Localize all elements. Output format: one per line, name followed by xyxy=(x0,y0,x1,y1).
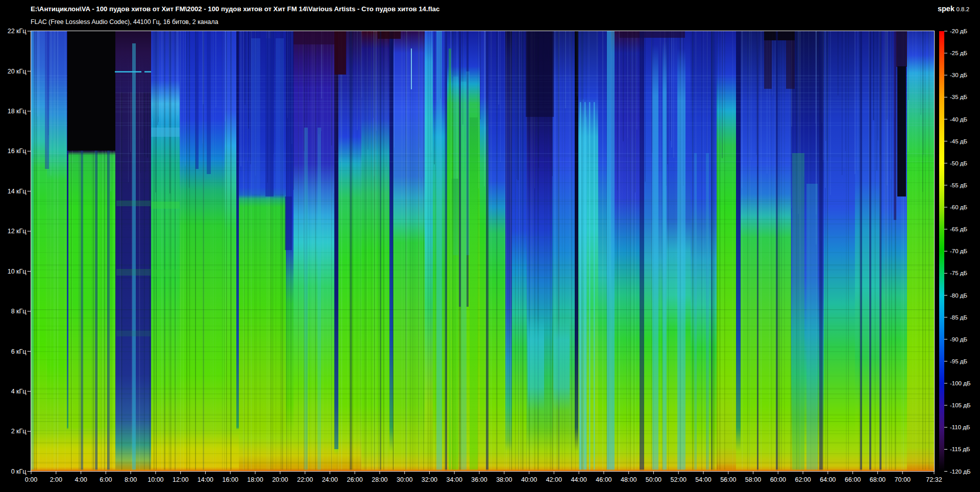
svg-text:16 кГц: 16 кГц xyxy=(8,147,27,155)
svg-text:-20 дБ: -20 дБ xyxy=(950,28,967,34)
svg-text:-90 дБ: -90 дБ xyxy=(950,336,967,342)
svg-text:14:00: 14:00 xyxy=(198,476,213,483)
svg-text:22:00: 22:00 xyxy=(297,476,313,483)
svg-text:-25 дБ: -25 дБ xyxy=(950,50,967,56)
svg-text:36:00: 36:00 xyxy=(471,476,487,483)
svg-text:6:00: 6:00 xyxy=(100,476,112,483)
svg-text:8:00: 8:00 xyxy=(125,476,137,483)
svg-text:28:00: 28:00 xyxy=(372,476,387,483)
svg-text:-105 дБ: -105 дБ xyxy=(950,402,970,408)
svg-text:16:00: 16:00 xyxy=(223,476,238,483)
svg-text:-85 дБ: -85 дБ xyxy=(950,314,967,321)
svg-text:spek: spek xyxy=(938,5,955,13)
svg-text:E:\Антициклон\VA - 100 пудов х: E:\Антициклон\VA - 100 пудов хитов от Хи… xyxy=(31,5,439,13)
svg-text:34:00: 34:00 xyxy=(447,476,462,483)
svg-text:-45 дБ: -45 дБ xyxy=(950,138,967,144)
svg-text:-30 дБ: -30 дБ xyxy=(950,72,967,78)
svg-text:50:00: 50:00 xyxy=(646,476,662,483)
svg-text:12:00: 12:00 xyxy=(173,476,188,483)
svg-text:0 кГц: 0 кГц xyxy=(11,468,27,475)
svg-text:-75 дБ: -75 дБ xyxy=(950,270,967,276)
svg-text:8 кГц: 8 кГц xyxy=(11,308,27,315)
svg-text:64:00: 64:00 xyxy=(820,476,836,483)
svg-text:0.8.2: 0.8.2 xyxy=(957,6,970,12)
svg-text:38:00: 38:00 xyxy=(496,476,512,483)
svg-text:30:00: 30:00 xyxy=(397,476,412,483)
svg-text:22 кГц: 22 кГц xyxy=(8,28,27,35)
svg-text:-100 дБ: -100 дБ xyxy=(950,380,970,386)
svg-text:68:00: 68:00 xyxy=(870,476,886,483)
svg-text:18:00: 18:00 xyxy=(247,476,263,483)
svg-text:72:32: 72:32 xyxy=(926,476,942,483)
svg-text:42:00: 42:00 xyxy=(546,476,562,483)
svg-text:46:00: 46:00 xyxy=(596,476,611,483)
svg-text:60:00: 60:00 xyxy=(770,476,786,483)
svg-text:54:00: 54:00 xyxy=(695,476,711,483)
svg-text:40:00: 40:00 xyxy=(521,476,537,483)
svg-text:-80 дБ: -80 дБ xyxy=(950,292,967,299)
svg-text:-110 дБ: -110 дБ xyxy=(950,424,970,430)
svg-text:56:00: 56:00 xyxy=(720,476,736,483)
svg-text:24:00: 24:00 xyxy=(322,476,338,483)
svg-text:20 кГц: 20 кГц xyxy=(8,68,27,75)
svg-text:58:00: 58:00 xyxy=(745,476,761,483)
svg-text:10 кГц: 10 кГц xyxy=(8,268,27,275)
svg-text:66:00: 66:00 xyxy=(845,476,861,483)
svg-text:-120 дБ: -120 дБ xyxy=(950,469,970,475)
svg-text:0:00: 0:00 xyxy=(25,476,37,483)
svg-text:52:00: 52:00 xyxy=(671,476,687,483)
svg-text:-65 дБ: -65 дБ xyxy=(950,226,967,232)
svg-text:-40 дБ: -40 дБ xyxy=(950,116,967,122)
svg-text:62:00: 62:00 xyxy=(795,476,811,483)
svg-text:-60 дБ: -60 дБ xyxy=(950,204,967,210)
svg-text:20:00: 20:00 xyxy=(272,476,288,483)
svg-text:6 кГц: 6 кГц xyxy=(11,348,27,355)
svg-text:2 кГц: 2 кГц xyxy=(11,428,27,435)
svg-text:FLAC (Free Lossless Audio Code: FLAC (Free Lossless Audio Codec), 44100 … xyxy=(31,18,218,26)
svg-text:-115 дБ: -115 дБ xyxy=(950,446,970,452)
svg-text:48:00: 48:00 xyxy=(621,476,636,483)
svg-text:18 кГц: 18 кГц xyxy=(8,108,27,115)
svg-text:12 кГц: 12 кГц xyxy=(8,228,27,235)
svg-text:4:00: 4:00 xyxy=(75,476,87,483)
svg-text:-95 дБ: -95 дБ xyxy=(950,358,967,364)
svg-text:-55 дБ: -55 дБ xyxy=(950,182,967,188)
svg-text:44:00: 44:00 xyxy=(571,476,586,483)
svg-text:70:00: 70:00 xyxy=(895,476,911,483)
svg-text:-35 дБ: -35 дБ xyxy=(950,94,967,100)
svg-text:2:00: 2:00 xyxy=(50,476,62,483)
svg-text:32:00: 32:00 xyxy=(422,476,437,483)
svg-text:4 кГц: 4 кГц xyxy=(11,388,27,395)
svg-text:-70 дБ: -70 дБ xyxy=(950,248,967,254)
svg-text:26:00: 26:00 xyxy=(347,476,362,483)
svg-text:-50 дБ: -50 дБ xyxy=(950,160,967,166)
svg-text:10:00: 10:00 xyxy=(148,476,163,483)
svg-text:14 кГц: 14 кГц xyxy=(8,188,27,195)
